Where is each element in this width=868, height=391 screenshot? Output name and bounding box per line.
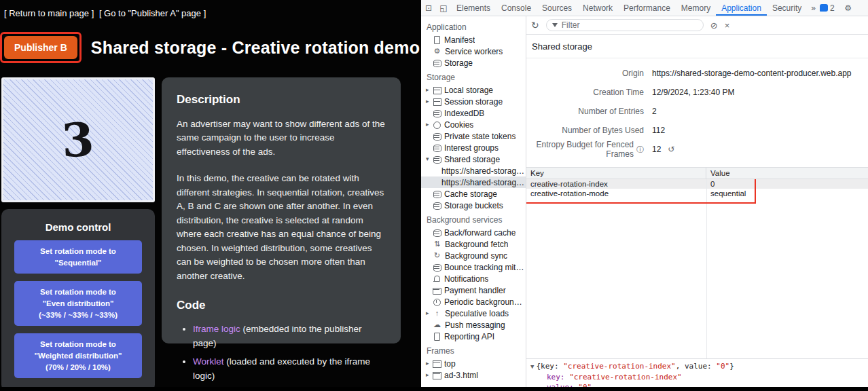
chevron-right-icon[interactable]: ▸ (426, 98, 433, 105)
sidebar-item-label: Storage buckets (444, 201, 503, 210)
triangle-down-icon[interactable]: ▼ (530, 363, 534, 370)
chevron-right-icon[interactable]: ▸ (426, 310, 433, 316)
sidebar-item-background-fetch[interactable]: ⇅ Background fetch (421, 238, 526, 250)
sidebar-item-service-workers[interactable]: ⚙ Service workers (421, 45, 526, 57)
settings-gear-icon[interactable]: ⚙ (841, 3, 856, 13)
sidebar-item-label: Bounce tracking mitiga… (444, 263, 526, 272)
table-body: creative-rotation-index 0 creative-rotat… (526, 179, 868, 358)
sidebar-item-cookies[interactable]: ▸ Cookies (421, 119, 526, 130)
meta-value: 2 (652, 107, 657, 116)
issues-icon (820, 4, 828, 12)
shared-storage-table: Key Value creative-rotation-index 0 crea… (526, 167, 868, 358)
publisher-b-button[interactable]: Publisher B (4, 36, 77, 59)
meta-row-creation-time: Creation Time 12/9/2024, 1:23:40 PM (526, 83, 868, 102)
sidebar-item-indexeddb[interactable]: IndexedDB (421, 107, 526, 119)
sidebar-item-interest-groups[interactable]: Interest groups (421, 142, 526, 153)
sidebar-item-private-state-tokens[interactable]: Private state tokens (421, 130, 526, 142)
sidebar-item-shared-storage-origin-2[interactable]: https://shared-storage-d… (421, 176, 526, 188)
application-sidebar: Application Manifest ⚙ Service workers S… (421, 16, 526, 391)
sidebar-item-periodic-background-sync[interactable]: Periodic background s… (421, 296, 526, 308)
sidebar-item-reporting-api[interactable]: Reporting API (421, 331, 526, 342)
sidebar-item-speculative-loads[interactable]: ▸ ↑ Speculative loads (421, 308, 526, 319)
issues-badge[interactable]: 2 (820, 3, 835, 13)
set-mode-weighted-distribution-button[interactable]: Set rotation mode to "Weighted distribut… (14, 333, 142, 378)
refresh-icon[interactable]: ↻ (531, 20, 539, 31)
database-icon (433, 202, 441, 210)
sidebar-item-storage-buckets[interactable]: Storage buckets (421, 200, 526, 211)
sidebar-item-manifest[interactable]: Manifest (421, 34, 526, 45)
set-mode-sequential-button[interactable]: Set rotation mode to "Sequential" (14, 240, 142, 274)
sidebar-item-label: Cookies (444, 120, 473, 130)
tab-network[interactable]: Network (577, 0, 618, 16)
table-row[interactable]: creative-rotation-mode sequential (526, 189, 868, 198)
sidebar-item-background-sync[interactable]: ↻ Background sync (421, 250, 526, 261)
sidebar-item-cache-storage[interactable]: Cache storage (421, 188, 526, 200)
sidebar-item-storage[interactable]: Storage (421, 57, 526, 69)
preview-summary[interactable]: ▼{key: "creative-rotation-index", value:… (526, 361, 868, 372)
filter-input[interactable] (562, 20, 677, 30)
sidebar-item-frame-top[interactable]: ▸ top (421, 358, 526, 369)
meta-label: Creation Time (526, 88, 652, 97)
tab-sources[interactable]: Sources (537, 0, 577, 16)
goto-publisher-a-link[interactable]: [ Go to "Publisher A" page ] (99, 8, 206, 18)
sidebar-item-frame-ad3[interactable]: ▸ ad-3.html (421, 369, 526, 381)
value-cell: 0 (706, 180, 868, 188)
meta-value: 112 (652, 126, 665, 135)
page-title: Shared storage - Creative rotation demo (91, 38, 420, 58)
iframe-logic-link[interactable]: Iframe logic (193, 324, 240, 334)
kebab-menu-icon[interactable]: ⋮ (862, 3, 868, 13)
info-icon[interactable]: ⓘ (636, 145, 644, 155)
device-toolbar-icon[interactable]: ◱ (436, 3, 451, 13)
tab-performance[interactable]: Performance (618, 0, 676, 16)
panel-title: Shared storage (526, 35, 868, 58)
return-main-link[interactable]: [ Return to main page ] (4, 8, 94, 18)
tab-elements[interactable]: Elements (451, 0, 496, 16)
clear-all-icon[interactable]: ⊘ (710, 20, 718, 31)
set-mode-even-distribution-button[interactable]: Set rotation mode to "Even distribution"… (14, 281, 142, 326)
sidebar-item-label: Background fetch (445, 240, 508, 249)
payment-card-icon (433, 286, 441, 295)
sidebar-item-shared-storage-origin-1[interactable]: https://shared-storage-d… (421, 165, 526, 176)
sidebar-item-bounce-tracking[interactable]: Bounce tracking mitiga… (421, 261, 526, 273)
meta-row-origin: Origin https://shared-storage-demo-conte… (526, 64, 868, 83)
sidebar-item-payment-handler[interactable]: Payment handler (421, 284, 526, 296)
filter-box[interactable] (546, 19, 704, 31)
chevron-right-icon[interactable]: ▸ (426, 87, 433, 93)
chevron-right-icon[interactable]: ▸ (426, 372, 433, 378)
sync-icon: ↻ (433, 252, 441, 259)
delete-selected-icon[interactable]: × (725, 20, 730, 31)
iframe-icon (433, 371, 441, 379)
table-row[interactable]: creative-rotation-index 0 (526, 179, 868, 189)
sidebar-item-session-storage[interactable]: ▸ Session storage (421, 96, 526, 107)
meta-row-bytes-used: Number of Bytes Used 112 (526, 121, 868, 140)
key-cell: creative-rotation-index (526, 180, 706, 188)
chevron-right-icon[interactable]: ▸ (426, 122, 433, 128)
inspect-element-icon[interactable]: ⊡ (421, 3, 436, 13)
tab-memory[interactable]: Memory (676, 0, 716, 16)
panel-toolbar: ↻ ⊘ × (526, 16, 868, 35)
more-tabs-icon[interactable]: » (807, 3, 820, 13)
sidebar-item-notifications[interactable]: Notifications (421, 273, 526, 284)
tab-security[interactable]: Security (767, 0, 807, 16)
sidebar-item-push-messaging[interactable]: ☁ Push messaging (421, 319, 526, 331)
worklet-link[interactable]: Worklet (193, 356, 224, 367)
sidebar-item-back-forward-cache[interactable]: Back/forward cache (421, 227, 526, 238)
entry-preview-pane: ▼{key: "creative-rotation-index", value:… (526, 358, 868, 391)
chevron-right-icon[interactable]: ▸ (426, 360, 433, 367)
chevron-down-icon[interactable]: ▾ (426, 156, 433, 162)
reset-budget-icon[interactable]: ↺ (668, 145, 674, 154)
bottom-edge-bar (0, 387, 868, 391)
sidebar-item-label: https://shared-storage-d… (441, 166, 526, 176)
tab-application[interactable]: Application (716, 0, 767, 16)
sidebar-item-label: Notifications (444, 274, 488, 284)
column-header-key[interactable]: Key (526, 168, 706, 179)
table-header: Key Value (526, 168, 868, 179)
column-header-value[interactable]: Value (706, 169, 868, 177)
tab-console[interactable]: Console (496, 0, 537, 16)
sidebar-item-shared-storage[interactable]: ▾ Shared storage (421, 153, 526, 165)
database-icon (433, 109, 441, 117)
sidebar-item-label: Reporting API (444, 332, 494, 341)
tabbar-right-controls: 2 ⚙ ⋮ × (820, 3, 868, 13)
sidebar-item-label: Periodic background s… (444, 297, 526, 307)
sidebar-item-local-storage[interactable]: ▸ Local storage (421, 84, 526, 96)
